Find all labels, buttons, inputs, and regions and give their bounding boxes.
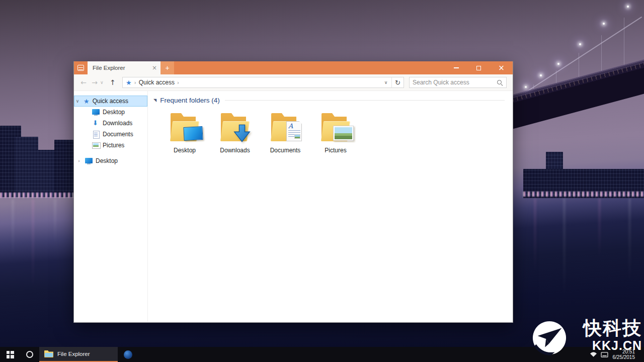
pictures-icon bbox=[92, 142, 100, 149]
breadcrumb-separator: › bbox=[177, 80, 179, 85]
quick-access-star-icon: ★ bbox=[84, 98, 90, 105]
recent-locations-dropdown[interactable]: ∨ bbox=[100, 80, 107, 85]
sidebar-item-desktop[interactable]: Desktop bbox=[74, 107, 147, 118]
up-button[interactable]: ↑ bbox=[107, 79, 118, 86]
water-reflection bbox=[629, 198, 630, 284]
refresh-button[interactable]: ↻ bbox=[391, 77, 404, 87]
sidebar-item-label: Downloads bbox=[103, 120, 132, 127]
watermark-brand: 快科技 bbox=[583, 318, 642, 339]
downloads-folder-icon bbox=[218, 113, 252, 142]
bridge-lamp bbox=[557, 63, 559, 65]
back-button[interactable]: ← bbox=[78, 79, 89, 86]
downloads-icon bbox=[92, 120, 100, 127]
menu-icon bbox=[77, 65, 84, 71]
watermark-site: KKJ.CN bbox=[583, 339, 642, 352]
water-reflection bbox=[534, 198, 536, 274]
bridge-lamp bbox=[603, 23, 605, 25]
menu-button[interactable] bbox=[74, 61, 88, 74]
sidebar-item-desktop-root[interactable]: › Desktop bbox=[74, 155, 147, 166]
down-arrow-overlay-icon bbox=[233, 124, 251, 142]
taskbar-app-browser[interactable] bbox=[118, 347, 138, 362]
desktop-folder-icon bbox=[168, 113, 201, 142]
watermark: 快科技 KKJ.CN bbox=[531, 318, 643, 361]
watermark-text: 快科技 KKJ.CN bbox=[583, 318, 642, 352]
breadcrumb: ★ › Quick access › bbox=[123, 79, 380, 86]
minimize-icon bbox=[454, 67, 459, 68]
documents-icon bbox=[92, 131, 100, 138]
paper-plane-logo-icon bbox=[531, 320, 568, 356]
navigation-pane: ∨ ★ Quick access Desktop Downloads Docum… bbox=[74, 91, 148, 322]
water-reflection bbox=[32, 199, 34, 290]
title-bar-drag-area[interactable] bbox=[174, 61, 445, 74]
document-overlay-icon: A bbox=[286, 121, 302, 141]
tab-title: File Explorer bbox=[93, 65, 149, 71]
cortana-button[interactable] bbox=[20, 347, 39, 362]
folder-tile-pictures[interactable]: Pictures bbox=[310, 113, 361, 154]
file-explorer-icon bbox=[44, 350, 53, 357]
tab-close-icon[interactable]: × bbox=[152, 65, 157, 71]
windows-logo-icon bbox=[7, 351, 14, 358]
folder-name: Desktop bbox=[159, 147, 210, 154]
folder-tile-documents[interactable]: A Documents bbox=[260, 113, 310, 154]
photo-overlay-icon bbox=[333, 126, 354, 141]
water-reflection bbox=[564, 198, 565, 299]
breadcrumb-quick-access[interactable]: Quick access bbox=[139, 79, 175, 86]
address-bar[interactable]: ★ › Quick access › ∨ ↻ bbox=[122, 77, 404, 88]
search-box bbox=[409, 77, 507, 88]
sidebar-item-label: Desktop bbox=[103, 109, 125, 116]
quick-access-star-icon: ★ bbox=[126, 79, 132, 86]
navigation-bar: ← → ∨ ↑ ★ › Quick access › ∨ ↻ bbox=[74, 74, 513, 91]
content-pane: ◥ Frequent folders (4) Desktop bbox=[148, 91, 513, 322]
title-bar[interactable]: File Explorer × + × bbox=[74, 61, 513, 74]
group-rule bbox=[225, 100, 505, 101]
maximize-button[interactable] bbox=[467, 61, 490, 74]
sidebar-item-downloads[interactable]: Downloads bbox=[74, 118, 147, 129]
folder-name: Pictures bbox=[310, 147, 361, 154]
file-explorer-window: File Explorer × + × ← → ∨ ↑ ★ › Quick ac… bbox=[73, 61, 513, 323]
minimize-button[interactable] bbox=[445, 61, 467, 74]
window-body: ∨ ★ Quick access Desktop Downloads Docum… bbox=[74, 91, 513, 322]
sidebar-item-pictures[interactable]: Pictures bbox=[74, 140, 147, 151]
waterfront-lights bbox=[523, 192, 644, 197]
collapse-triangle-icon[interactable]: ◥ bbox=[153, 98, 156, 103]
taskbar-spacer bbox=[138, 347, 590, 362]
browser-icon bbox=[124, 350, 132, 359]
address-dropdown-icon[interactable]: ∨ bbox=[380, 80, 391, 85]
chevron-right-icon[interactable]: › bbox=[76, 158, 82, 163]
pictures-folder-icon bbox=[319, 113, 352, 142]
bridge-deck bbox=[498, 49, 644, 131]
close-button[interactable]: × bbox=[490, 61, 513, 74]
waterfront-lights bbox=[0, 193, 73, 198]
building-silhouette bbox=[14, 137, 38, 197]
bridge-lamp bbox=[525, 86, 527, 88]
sidebar-item-quick-access[interactable]: ∨ ★ Quick access bbox=[74, 96, 147, 107]
folder-tile-desktop[interactable]: Desktop bbox=[159, 113, 210, 154]
new-tab-button[interactable]: + bbox=[160, 61, 174, 74]
forward-button[interactable]: → bbox=[89, 79, 100, 86]
sidebar-item-label: Desktop bbox=[96, 157, 118, 164]
group-title: Frequent folders (4) bbox=[160, 97, 220, 104]
folder-tile-downloads[interactable]: Downloads bbox=[210, 113, 260, 154]
maximize-icon bbox=[476, 66, 481, 70]
taskbar-app-file-explorer[interactable]: File Explorer bbox=[39, 347, 118, 362]
building-silhouette bbox=[54, 140, 73, 197]
bridge-lamp bbox=[579, 43, 581, 45]
search-icon[interactable] bbox=[497, 79, 503, 86]
breadcrumb-separator: › bbox=[134, 80, 136, 85]
group-header[interactable]: ◥ Frequent folders (4) bbox=[152, 97, 505, 104]
photo-landscape bbox=[335, 127, 352, 139]
cortana-circle-icon bbox=[26, 351, 33, 358]
tab-file-explorer[interactable]: File Explorer × bbox=[88, 61, 160, 74]
documents-folder-icon: A bbox=[269, 113, 302, 142]
taskbar-app-label: File Explorer bbox=[57, 351, 90, 357]
search-input[interactable] bbox=[413, 79, 497, 86]
start-button[interactable] bbox=[0, 347, 20, 362]
water-reflection bbox=[54, 199, 56, 244]
desktop-icon bbox=[92, 109, 100, 116]
chevron-down-icon[interactable]: ∨ bbox=[74, 99, 80, 104]
sidebar-item-documents[interactable]: Documents bbox=[74, 129, 147, 140]
document-letter: A bbox=[288, 122, 293, 130]
bridge-lamp bbox=[540, 74, 542, 76]
bridge-lamp bbox=[627, 6, 629, 8]
water-reflection bbox=[599, 198, 600, 258]
